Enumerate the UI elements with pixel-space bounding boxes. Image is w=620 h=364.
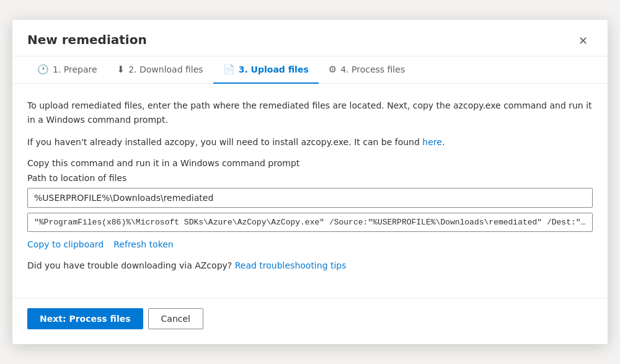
tab-download[interactable]: ⬇ 2. Download files xyxy=(107,56,213,84)
tab-prepare-label: 1. Prepare xyxy=(53,64,97,74)
clock-icon: 🕐 xyxy=(37,64,49,75)
new-remediation-dialog: New remediation ✕ 🕐 1. Prepare ⬇ 2. Down… xyxy=(12,20,608,344)
tab-upload-label: 3. Upload files xyxy=(239,64,309,74)
troubleshoot-prefix: Did you have trouble downloading via AZc… xyxy=(27,260,235,270)
troubleshoot-row: Did you have trouble downloading via AZc… xyxy=(27,260,593,270)
copy-command-label: Copy this command and run it in a Window… xyxy=(27,158,593,168)
refresh-token-link[interactable]: Refresh token xyxy=(113,239,173,249)
tab-download-label: 2. Download files xyxy=(128,64,203,74)
next-process-button[interactable]: Next: Process files xyxy=(27,308,143,329)
here-link[interactable]: here xyxy=(422,137,442,147)
path-input[interactable] xyxy=(27,188,593,208)
tab-process[interactable]: ⚙ 4. Process files xyxy=(319,56,415,84)
dialog-title: New remediation xyxy=(27,32,147,56)
tab-process-label: 4. Process files xyxy=(340,64,405,74)
copy-to-clipboard-link[interactable]: Copy to clipboard xyxy=(27,239,104,249)
action-links-row: Copy to clipboard Refresh token xyxy=(27,239,593,249)
info-para-1: To upload remediated files, enter the pa… xyxy=(27,99,593,127)
dialog-body: To upload remediated files, enter the pa… xyxy=(12,84,608,297)
command-input[interactable] xyxy=(27,213,593,232)
upload-file-icon: 📄 xyxy=(223,64,235,75)
tab-prepare[interactable]: 🕐 1. Prepare xyxy=(27,56,107,84)
dialog-header: New remediation ✕ xyxy=(12,20,608,56)
troubleshoot-link[interactable]: Read troubleshooting tips xyxy=(235,260,347,270)
tab-upload[interactable]: 📄 3. Upload files xyxy=(213,56,319,84)
download-icon: ⬇ xyxy=(117,64,125,75)
gear-icon: ⚙ xyxy=(329,64,337,75)
tabs-container: 🕐 1. Prepare ⬇ 2. Download files 📄 3. Up… xyxy=(12,56,608,84)
info-para-2: If you haven't already installed azcopy,… xyxy=(27,135,593,149)
path-label: Path to location of files xyxy=(27,173,593,183)
para2-suffix: . xyxy=(442,137,445,147)
dialog-footer: Next: Process files Cancel xyxy=(12,298,608,344)
close-button[interactable]: ✕ xyxy=(574,33,593,49)
para2-prefix: If you haven't already installed azcopy,… xyxy=(27,137,422,147)
cancel-button[interactable]: Cancel xyxy=(148,308,203,329)
